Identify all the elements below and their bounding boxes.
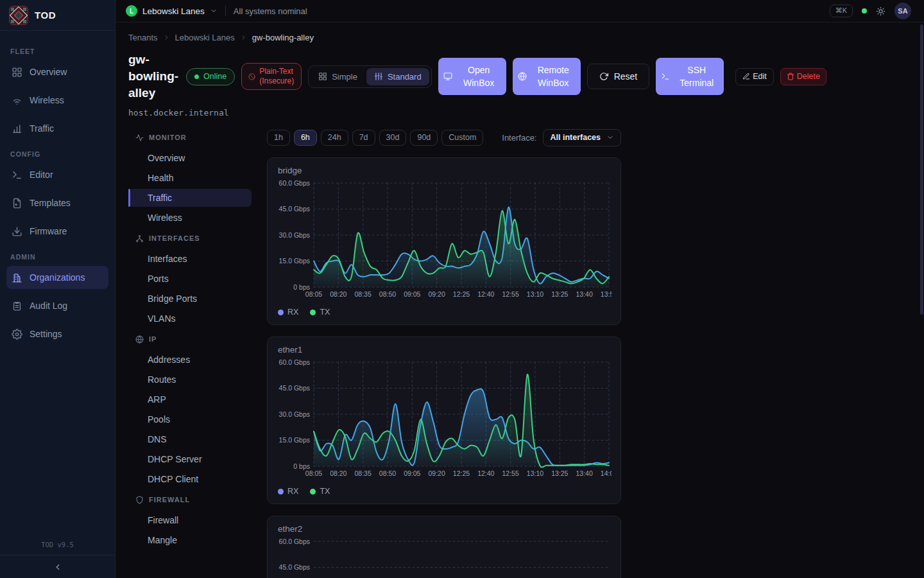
svg-text:08:35: 08:35 xyxy=(355,290,372,298)
chart-card-ether2: ether2 0 bps15.0 Gbps30.0 Gbps45.0 Gbps6… xyxy=(267,516,621,578)
subnav-item-dhcp-client[interactable]: DHCP Client xyxy=(128,470,252,488)
range-custom[interactable]: Custom xyxy=(441,130,483,146)
open-winbox-button[interactable]: Open WinBox xyxy=(438,58,506,95)
sidebar: TOD FLEET Overview Wireless Traffic CONF… xyxy=(0,0,116,578)
globe-icon xyxy=(135,335,144,344)
sidebar-footer: TOD v9.5 xyxy=(0,536,115,578)
chevron-left-icon xyxy=(53,563,62,572)
subnav-section-firewall: FIREWALL xyxy=(128,490,252,509)
rx-legend-label: RX xyxy=(287,487,298,496)
reset-button[interactable]: Reset xyxy=(587,64,650,89)
view-mode-standard[interactable]: Standard xyxy=(366,68,429,85)
subnav-item-health[interactable]: Health xyxy=(128,169,252,187)
sidebar-item-firmware[interactable]: Firmware xyxy=(6,220,108,243)
subnav-item-ports[interactable]: Ports xyxy=(128,270,252,288)
subnav-item-routes[interactable]: Routes xyxy=(128,371,252,389)
app-root: TOD FLEET Overview Wireless Traffic CONF… xyxy=(0,0,924,578)
range-1h[interactable]: 1h xyxy=(267,130,290,146)
sidebar-item-editor[interactable]: Editor xyxy=(6,163,108,186)
subnav-item-addresses[interactable]: Addresses xyxy=(128,351,252,369)
subnav-item-mangle[interactable]: Mangle xyxy=(128,531,252,549)
trash-icon xyxy=(787,73,794,80)
sidebar-item-wireless[interactable]: Wireless xyxy=(6,89,108,112)
subnav-item-vlans[interactable]: VLANs xyxy=(128,310,252,328)
online-dot-icon xyxy=(194,74,199,79)
edit-label: Edit xyxy=(753,72,767,81)
sidebar-nav: FLEET Overview Wireless Traffic CONFIG E… xyxy=(0,31,115,536)
activity-icon xyxy=(135,134,144,142)
refresh-icon xyxy=(599,72,608,81)
subnav-item-pools[interactable]: Pools xyxy=(128,410,252,428)
globe-icon xyxy=(518,72,527,81)
range-24h[interactable]: 24h xyxy=(321,130,348,146)
range-30d[interactable]: 30d xyxy=(379,130,407,146)
ssh-terminal-button[interactable]: SSH Terminal xyxy=(656,58,724,95)
sidebar-item-organizations[interactable]: Organizations xyxy=(6,266,108,289)
sidebar-item-audit-log[interactable]: Audit Log xyxy=(6,294,108,317)
rx-legend-label: RX xyxy=(287,308,298,317)
range-7d[interactable]: 7d xyxy=(352,130,375,146)
svg-text:08:20: 08:20 xyxy=(330,469,346,477)
subnav-item-overview[interactable]: Overview xyxy=(128,149,252,167)
theme-toggle-button[interactable] xyxy=(876,6,886,16)
svg-text:0 bps: 0 bps xyxy=(293,283,310,291)
topbar-right: ⌘K SA xyxy=(830,3,911,19)
user-avatar[interactable]: SA xyxy=(894,3,911,19)
svg-text:08:05: 08:05 xyxy=(305,469,322,477)
remote-winbox-button[interactable]: Remote WinBox xyxy=(513,58,581,95)
svg-text:15.0 Gbps: 15.0 Gbps xyxy=(279,436,310,444)
subnav-item-interfaces[interactable]: Interfaces xyxy=(128,250,252,268)
time-range-group: 1h 6h 24h 7d 30d 90d Custom xyxy=(267,130,483,146)
page-scrollbar[interactable] xyxy=(920,24,923,315)
breadcrumb: Tenants Lebowski Lanes gw-bowling-alley xyxy=(128,33,911,42)
sidebar-item-overview[interactable]: Overview xyxy=(6,60,108,83)
body-row: MONITOR Overview Health Traffic Wireless… xyxy=(128,127,911,578)
svg-text:09:20: 09:20 xyxy=(429,290,445,298)
svg-text:08:20: 08:20 xyxy=(330,290,346,298)
charts-column: 1h 6h 24h 7d 30d 90d Custom Interface: A… xyxy=(267,127,621,578)
edit-button[interactable]: Edit xyxy=(735,68,774,85)
section-label-config: CONFIG xyxy=(10,150,105,158)
svg-text:12:25: 12:25 xyxy=(453,469,470,477)
svg-text:13:25: 13:25 xyxy=(551,290,568,298)
chart-card-bridge: bridge 0 bps15.0 Gbps30.0 Gbps45.0 Gbps6… xyxy=(267,157,621,325)
interface-select[interactable]: All interfaces xyxy=(543,129,621,146)
subnav-item-traffic[interactable]: Traffic xyxy=(128,189,252,207)
svg-text:14:00: 14:00 xyxy=(601,469,612,477)
command-palette-shortcut[interactable]: ⌘K xyxy=(830,4,853,17)
delete-button[interactable]: Delete xyxy=(780,68,826,85)
range-6h[interactable]: 6h xyxy=(294,130,317,146)
subnav-section-label: FIREWALL xyxy=(149,496,190,504)
device-subnav: MONITOR Overview Health Traffic Wireless… xyxy=(128,127,252,578)
sidebar-item-label: Firmware xyxy=(30,226,67,236)
subnav-section-label: MONITOR xyxy=(149,134,187,141)
svg-text:13:10: 13:10 xyxy=(527,469,543,477)
range-90d[interactable]: 90d xyxy=(410,130,438,146)
sidebar-item-templates[interactable]: Templates xyxy=(6,191,108,215)
subnav-item-dns[interactable]: DNS xyxy=(128,430,252,448)
interface-filter: Interface: All interfaces xyxy=(502,129,621,146)
view-mode-simple[interactable]: Simple xyxy=(311,68,365,85)
subnav-section-label: INTERFACES xyxy=(149,234,200,242)
svg-text:13:40: 13:40 xyxy=(576,469,593,477)
breadcrumb-tenant[interactable]: Lebowski Lanes xyxy=(175,33,235,42)
subnav-item-arp[interactable]: ARP xyxy=(128,390,252,408)
page-title: gw-bowling-alley xyxy=(128,51,180,101)
main-area: L Lebowski Lanes All systems nominal ⌘K … xyxy=(116,0,924,578)
svg-text:60.0 Gbps: 60.0 Gbps xyxy=(279,538,310,545)
tenant-switcher[interactable]: L Lebowski Lanes xyxy=(126,5,218,17)
interface-selected-value: All interfaces xyxy=(550,133,601,142)
chart-title: ether1 xyxy=(278,345,610,355)
subnav-item-wireless[interactable]: Wireless xyxy=(128,209,252,227)
tx-legend-label: TX xyxy=(320,308,330,317)
subnav-item-firewall[interactable]: Firewall xyxy=(128,511,252,529)
sidebar-item-traffic[interactable]: Traffic xyxy=(6,117,108,140)
subnav-item-bridge-ports[interactable]: Bridge Ports xyxy=(128,290,252,308)
breadcrumb-tenants[interactable]: Tenants xyxy=(128,33,158,42)
subnav-item-dhcp-server[interactable]: DHCP Server xyxy=(128,450,252,468)
sun-icon xyxy=(876,6,886,16)
sidebar-item-label: Overview xyxy=(30,67,67,77)
sidebar-item-settings[interactable]: Settings xyxy=(6,322,108,346)
sidebar-collapse-button[interactable] xyxy=(0,555,115,578)
svg-text:45.0 Gbps: 45.0 Gbps xyxy=(279,384,310,392)
